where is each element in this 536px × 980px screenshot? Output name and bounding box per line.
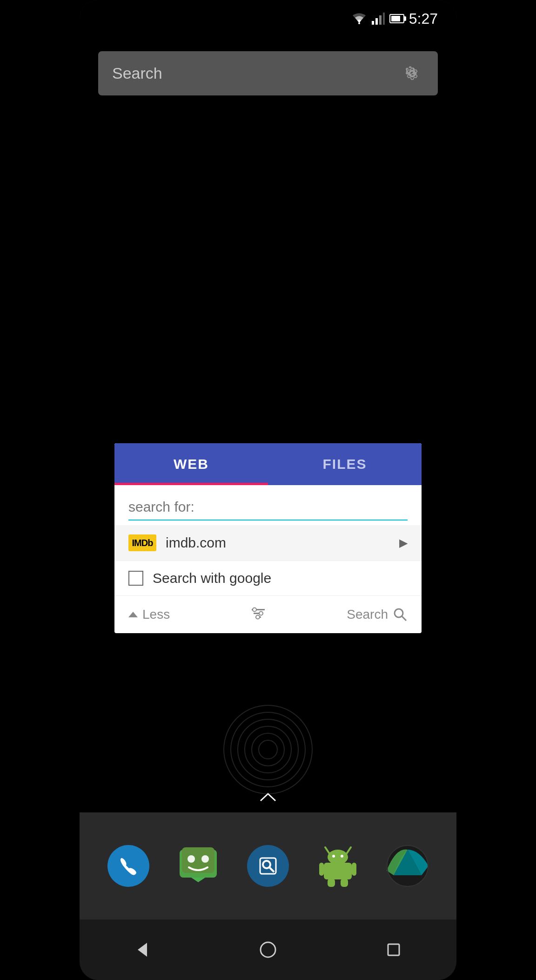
phone-frame: 5:27 Search xyxy=(80,0,456,980)
bottom-nav xyxy=(80,919,456,980)
svg-point-12 xyxy=(395,609,403,617)
modal-bottom-actions: Less Search xyxy=(114,596,422,633)
wifi-icon xyxy=(351,13,367,25)
dock-icon-android[interactable] xyxy=(312,840,363,892)
svg-point-10 xyxy=(259,612,263,615)
svg-rect-1 xyxy=(372,21,374,25)
svg-marker-43 xyxy=(138,943,147,957)
svg-point-35 xyxy=(341,855,343,858)
search-modal: WEB FILES IMDb imdb.com ▶ xyxy=(114,443,422,633)
svg-point-11 xyxy=(256,615,260,619)
battery-icon xyxy=(389,14,404,23)
time-display: 5:27 xyxy=(409,10,438,27)
recents-button[interactable] xyxy=(377,933,410,966)
imdb-logo: IMDb xyxy=(128,534,156,551)
svg-rect-2 xyxy=(375,18,378,25)
fingerprint-icon xyxy=(221,703,315,796)
suggestion-site-text: imdb.com xyxy=(166,535,399,551)
main-content: Search WEB xyxy=(80,37,456,812)
android-icon xyxy=(318,845,358,887)
less-button[interactable]: Less xyxy=(128,607,170,622)
settings-button[interactable] xyxy=(401,62,424,85)
nav-dock xyxy=(80,812,456,919)
svg-rect-45 xyxy=(388,944,399,955)
suggestion-row-imdb[interactable]: IMDb imdb.com ▶ xyxy=(114,525,422,561)
search-for-input[interactable] xyxy=(128,494,408,520)
phone-app-icon xyxy=(107,845,149,887)
dock-icon-messaging[interactable] xyxy=(173,840,224,892)
messaging-icon xyxy=(177,845,219,887)
svg-rect-39 xyxy=(328,879,335,887)
chevron-up-icon xyxy=(128,612,138,617)
search-google-checkbox[interactable] xyxy=(128,571,143,586)
svg-point-19 xyxy=(224,705,312,794)
svg-point-26 xyxy=(188,855,195,863)
dock-icon-phone[interactable] xyxy=(103,840,154,892)
search-icon xyxy=(393,607,408,622)
svg-line-13 xyxy=(402,616,406,621)
search-google-row[interactable]: Search with google xyxy=(114,561,422,596)
svg-rect-36 xyxy=(324,863,352,879)
home-button[interactable] xyxy=(252,933,284,966)
svg-rect-38 xyxy=(352,863,356,876)
signal-icon xyxy=(372,13,385,25)
suggestion-arrow-icon: ▶ xyxy=(399,536,408,549)
svg-point-9 xyxy=(253,608,256,612)
svg-point-18 xyxy=(231,712,305,787)
svg-rect-25 xyxy=(182,847,214,873)
status-icons: 5:27 xyxy=(351,10,438,27)
search-circle-icon xyxy=(256,854,280,878)
svg-point-27 xyxy=(201,855,209,863)
gear-icon xyxy=(402,63,422,84)
search-app-icon xyxy=(247,845,289,887)
svg-point-0 xyxy=(358,22,360,24)
status-bar: 5:27 xyxy=(80,0,456,37)
svg-line-30 xyxy=(269,867,274,872)
svg-point-33 xyxy=(328,850,348,865)
svg-rect-3 xyxy=(379,15,382,25)
recents-icon xyxy=(384,940,403,959)
search-google-label: Search with google xyxy=(153,570,271,586)
svg-rect-4 xyxy=(383,13,385,25)
svg-rect-40 xyxy=(341,879,348,887)
tab-bar: WEB FILES xyxy=(114,443,422,485)
phone-icon xyxy=(117,854,140,878)
search-button[interactable]: Search xyxy=(347,607,408,622)
home-icon xyxy=(259,940,277,959)
dock-icon-search[interactable] xyxy=(242,840,294,892)
tab-web[interactable]: WEB xyxy=(114,443,268,485)
dock-icon-prism[interactable] xyxy=(382,840,433,892)
prism-icon xyxy=(387,845,429,887)
svg-point-14 xyxy=(259,740,277,759)
svg-point-44 xyxy=(261,942,275,957)
svg-rect-37 xyxy=(319,863,324,876)
search-placeholder-text: Search xyxy=(112,64,162,82)
svg-point-15 xyxy=(252,733,284,766)
svg-point-34 xyxy=(332,855,335,858)
svg-point-29 xyxy=(263,861,270,868)
svg-line-32 xyxy=(346,847,351,854)
svg-point-17 xyxy=(238,719,298,780)
filter-button[interactable] xyxy=(250,605,267,624)
back-icon xyxy=(133,940,152,959)
top-search-bar[interactable]: Search xyxy=(98,51,438,95)
back-button[interactable] xyxy=(126,933,159,966)
search-input-area xyxy=(114,485,422,525)
tab-files[interactable]: FILES xyxy=(268,443,422,485)
filter-icon xyxy=(250,605,267,622)
